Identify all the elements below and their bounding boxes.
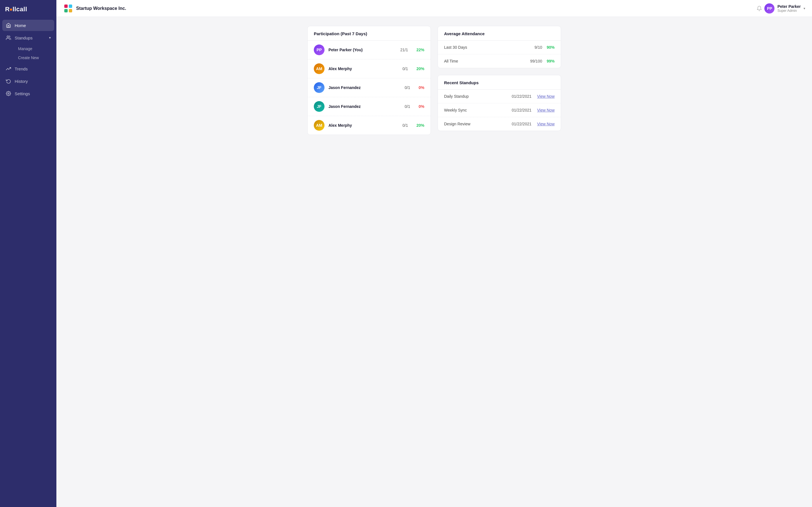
avatar: JF [314, 82, 324, 93]
content-grid: Participation (Past 7 Days) PP Peter Par… [307, 26, 561, 135]
sidebar-item-settings-label: Settings [15, 91, 30, 96]
user-chevron-icon: ▾ [804, 6, 805, 10]
home-icon [6, 22, 11, 28]
standup-name: Design Review [444, 122, 512, 126]
participant-row: JF Jason Fernandez 0/1 0% [308, 78, 430, 97]
attendance-card-header: Average Attendance [438, 26, 561, 41]
standups-card-body: Daily Standup 01/22/2021 View Now Weekly… [438, 90, 561, 131]
sidebar-item-trends[interactable]: Trends [2, 63, 54, 74]
participant-row: AM Alex Merphy 0/1 20% [308, 59, 430, 78]
user-role: Super Admin [777, 9, 801, 13]
attendance-pct: 99% [547, 59, 555, 63]
participant-score: 0/1 [405, 86, 410, 90]
sidebar-subnav: Manage Create New [2, 45, 54, 62]
participant-pct: 22% [416, 48, 424, 52]
attendance-card-title: Average Attendance [444, 31, 485, 36]
attendance-row: All Time 99/100 99% [438, 54, 561, 68]
user-info: Peter Parker Super Admin [777, 4, 801, 13]
sidebar-item-settings[interactable]: Settings [2, 88, 54, 99]
sidebar-subitem-create-new[interactable]: Create New [15, 54, 54, 62]
header: Startup Workspace Inc. PP Peter Parker S… [56, 0, 812, 17]
sidebar-item-trends-label: Trends [15, 66, 28, 71]
workspace-logo [63, 3, 73, 13]
participant-score: 0/1 [403, 66, 408, 71]
participant-pct: 0% [419, 104, 424, 109]
participation-card: Participation (Past 7 Days) PP Peter Par… [307, 26, 431, 135]
participant-score: 0/1 [403, 123, 408, 128]
participant-name: Alex Merphy [328, 66, 399, 71]
svg-rect-4 [64, 9, 68, 12]
standup-view-link[interactable]: View Now [537, 94, 555, 99]
participant-name: Jason Fernandez [328, 104, 401, 109]
logo-dot [10, 8, 12, 11]
avatar: PP [314, 45, 324, 55]
main-content: Participation (Past 7 Days) PP Peter Par… [56, 17, 812, 507]
participant-name: Peter Parker (You) [328, 48, 396, 52]
participant-name: Alex Merphy [328, 123, 399, 128]
chevron-down-icon: ▾ [49, 36, 51, 40]
standup-row: Daily Standup 01/22/2021 View Now [438, 90, 561, 103]
attendance-card-body: Last 30 Days 9/10 90% All Time 99/100 99… [438, 41, 561, 68]
user-name: Peter Parker [777, 4, 801, 9]
standup-date: 01/22/2021 [512, 122, 531, 126]
notification-bell[interactable] [754, 3, 764, 13]
svg-rect-3 [69, 4, 72, 8]
participant-score: 21/1 [400, 48, 408, 52]
main-area: Startup Workspace Inc. PP Peter Parker S… [56, 0, 812, 507]
standup-date: 01/22/2021 [512, 108, 531, 112]
attendance-pct: 90% [547, 45, 555, 50]
workspace-name: Startup Workspace Inc. [76, 6, 126, 11]
participant-row: JF Jason Fernandez 0/1 0% [308, 97, 430, 116]
participant-pct: 0% [419, 86, 424, 90]
settings-icon [6, 91, 11, 96]
svg-point-0 [7, 36, 9, 38]
svg-rect-2 [64, 4, 68, 8]
participant-pct: 20% [416, 66, 424, 71]
trends-icon [6, 66, 11, 71]
average-attendance-card: Average Attendance Last 30 Days 9/10 90%… [438, 26, 561, 68]
sidebar-item-history-label: History [15, 79, 28, 83]
sidebar-subitem-manage[interactable]: Manage [15, 45, 54, 53]
user-profile[interactable]: PP Peter Parker Super Admin ▾ [764, 3, 805, 13]
people-icon [6, 35, 11, 41]
attendance-label: Last 30 Days [444, 45, 535, 50]
standup-date: 01/22/2021 [512, 94, 531, 99]
attendance-score: 9/10 [535, 45, 542, 50]
participant-pct: 20% [416, 123, 424, 128]
standup-view-link[interactable]: View Now [537, 122, 555, 126]
sidebar-item-standups-label: Standups [15, 36, 33, 40]
standups-card-title: Recent Standups [444, 80, 479, 85]
standup-row: Weekly Sync 01/22/2021 View Now [438, 103, 561, 117]
attendance-label: All Time [444, 59, 530, 63]
sidebar-item-home-label: Home [15, 23, 26, 28]
avatar: AM [314, 63, 324, 74]
participant-score: 0/1 [405, 104, 410, 109]
svg-point-1 [8, 93, 9, 94]
sidebar-item-standups[interactable]: Standups ▾ [2, 32, 54, 43]
avatar: JF [314, 101, 324, 112]
sidebar-nav: Home Standups ▾ Manage Create New Trends [0, 20, 56, 99]
standup-name: Daily Standup [444, 94, 512, 99]
avatar: AM [314, 120, 324, 131]
sidebar: Rllcall Home Standups ▾ Manage Create Ne… [0, 0, 56, 507]
header-brand: Startup Workspace Inc. [63, 3, 126, 13]
standup-row: Design Review 01/22/2021 View Now [438, 117, 561, 131]
avatar: PP [764, 3, 774, 13]
participation-card-title: Participation (Past 7 Days) [314, 31, 367, 36]
right-column: Average Attendance Last 30 Days 9/10 90%… [438, 26, 561, 135]
attendance-score: 99/100 [530, 59, 542, 63]
participation-card-body: PP Peter Parker (You) 21/1 22% AM Alex M… [308, 41, 430, 135]
participant-row: PP Peter Parker (You) 21/1 22% [308, 41, 430, 59]
history-icon [6, 78, 11, 84]
sidebar-item-home[interactable]: Home [2, 20, 54, 31]
recent-standups-card: Recent Standups Daily Standup 01/22/2021… [438, 75, 561, 131]
sidebar-logo: Rllcall [0, 0, 56, 20]
participation-card-header: Participation (Past 7 Days) [308, 26, 430, 41]
standup-name: Weekly Sync [444, 108, 512, 112]
participant-name: Jason Fernandez [328, 86, 401, 90]
standup-view-link[interactable]: View Now [537, 108, 555, 112]
attendance-row: Last 30 Days 9/10 90% [438, 41, 561, 54]
participant-row: AM Alex Merphy 0/1 20% [308, 116, 430, 135]
sidebar-item-history[interactable]: History [2, 75, 54, 87]
svg-rect-5 [69, 9, 72, 12]
